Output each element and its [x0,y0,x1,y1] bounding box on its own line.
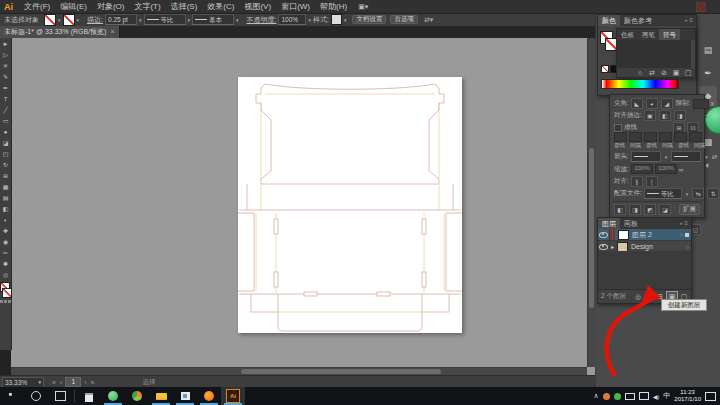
menu-extra-icon[interactable] [696,2,706,12]
visibility-toggle[interactable] [598,229,610,240]
prev-artboard-icon[interactable]: ‹ [58,379,64,386]
artboard-number-field[interactable]: 1 [65,377,81,387]
align-tip-icon[interactable]: ∥ [631,176,643,187]
rectangle-tool[interactable]: ▭ [0,115,11,126]
break-link-icon[interactable]: ⊘ [659,68,669,78]
limit-field[interactable] [693,99,709,109]
new-symbol-icon[interactable]: ▣ [671,68,681,78]
workspace-switch-icon[interactable]: ⇄▾ [424,16,433,24]
mesh-tool[interactable]: ◐ [0,214,11,225]
symbol-library-icon[interactable]: ⌂ [635,68,645,78]
stroke-weight-field[interactable]: 0.25 pt [105,14,137,25]
task-view-button[interactable] [48,387,72,405]
window-arrange-icon[interactable]: ▣▾ [358,3,368,11]
toolbar-fill-stroke[interactable] [0,282,11,298]
menu-item-4[interactable]: 选择(S) [166,0,203,13]
mode-icon-1[interactable] [4,300,7,303]
tab-色板[interactable]: 色板 [617,29,638,40]
first-artboard-icon[interactable]: « [50,379,58,386]
tab-颜色参考[interactable]: 颜色参考 [620,15,656,26]
stroke-label[interactable]: 描边: [87,15,103,25]
expand-layer-icon[interactable]: ▸ [610,243,615,250]
menu-item-2[interactable]: 对象(O) [92,0,130,13]
lasso-tool[interactable]: ✎ [0,71,11,82]
menu-item-8[interactable]: 帮助(H) [315,0,352,13]
zoom-tool[interactable]: ◎ [0,269,11,280]
shape-builder-tool[interactable]: ▤ [0,192,11,203]
blend-tool[interactable]: ✂ [0,247,11,258]
toolbar-stroke-swatch[interactable] [2,288,12,298]
display-icon[interactable] [639,392,649,400]
artboard[interactable] [238,77,462,333]
store-icon[interactable] [77,387,101,405]
expand-button[interactable]: 扩展 [679,204,700,215]
intersect-icon[interactable]: ◩ [644,204,656,215]
locate-object-icon[interactable]: ◎ [633,292,643,302]
scale-start-field[interactable]: 100% [631,164,653,174]
perspective-grid-tool[interactable]: ◧ [0,203,11,214]
fill-color-swatch[interactable] [44,14,56,26]
mode-icon-0[interactable] [0,300,3,303]
profile-select[interactable]: 等比 [644,188,682,199]
type-tool[interactable]: T [0,93,11,104]
photos-app-icon[interactable] [173,387,197,405]
preferences-button[interactable]: 首选项 [390,15,418,24]
dash-field-0[interactable] [614,132,627,142]
browser-360-icon[interactable] [125,387,149,405]
pen-tool[interactable]: ✒ [0,82,11,93]
opacity-field[interactable]: 100% [278,14,306,25]
line-segment-tool[interactable]: ╱ [0,104,11,115]
close-document-icon[interactable]: × [110,26,114,38]
eraser-tool[interactable]: ◰ [0,148,11,159]
tray-expand-icon[interactable]: ∧ [594,392,599,400]
mode-icon-2[interactable] [8,300,11,303]
align-outside-icon[interactable]: ◨ [674,110,686,121]
tab-画笔[interactable]: 画笔 [638,29,659,40]
dash-field-5[interactable] [689,132,702,142]
scale-end-field[interactable]: 100% [655,164,677,174]
menu-item-1[interactable]: 编辑(E) [55,0,92,13]
vertical-scrollbar[interactable] [587,38,596,367]
file-explorer-icon[interactable] [149,387,173,405]
dash-field-3[interactable] [659,132,672,142]
dash-field-2[interactable] [644,132,657,142]
brush-definition-select[interactable]: 基本 [192,14,234,25]
menu-item-0[interactable]: 文件(F) [19,0,55,13]
align-cross-icon[interactable]: ∣ [646,176,658,187]
layer-row-0[interactable]: 图层 2○ [598,229,691,241]
round-join-icon[interactable]: ◕ [646,98,658,109]
pencil-tool[interactable]: ◪ [0,137,11,148]
dash-field-4[interactable] [674,132,687,142]
gradient-tool[interactable]: ✚ [0,225,11,236]
layer-target-icon[interactable]: ○ [685,244,691,250]
flip-across-icon[interactable]: ⇆ [692,188,704,199]
zoom-level-select[interactable]: 33.33%▾ [2,377,44,388]
place-symbol-icon[interactable]: ⇄ [647,68,657,78]
align-inside-icon[interactable]: ◧ [659,110,671,121]
color-spectrum-bar[interactable] [601,79,679,89]
safety-360-icon[interactable] [101,387,125,405]
unite-icon[interactable]: ◧ [614,204,626,215]
search-button[interactable] [24,387,48,405]
dash-field-1[interactable] [629,132,642,142]
panel-collapse-icon[interactable]: « ≡ [681,15,696,26]
volume-icon[interactable]: ◀) [653,393,660,400]
tab-图层[interactable]: 图层 [598,218,620,229]
vscroll-thumb[interactable] [589,148,594,308]
rotate-tool[interactable]: ↻ [0,159,11,170]
hand-tool[interactable]: ✱ [0,258,11,269]
stroke-color-swatch[interactable] [63,14,75,26]
hscroll-thumb[interactable] [241,369,441,374]
symbols-list[interactable] [617,40,695,68]
width-profile-select[interactable]: 等比 [144,14,186,25]
tray-app2-icon[interactable] [614,393,621,400]
action-center-icon[interactable] [705,392,716,401]
drawing-mode-buttons[interactable] [0,300,11,303]
miter-join-icon[interactable]: ◣ [631,98,643,109]
menu-item-7[interactable]: 窗口(W) [276,0,315,13]
layers-collapse-icon[interactable]: « ≡ [676,218,691,229]
arrowhead-start-select[interactable] [631,151,661,162]
illustrator-icon[interactable]: Ai [221,387,245,405]
clipping-mask-icon[interactable]: ◧ [644,292,654,302]
document-setup-button[interactable]: 文档设置 [352,15,386,24]
